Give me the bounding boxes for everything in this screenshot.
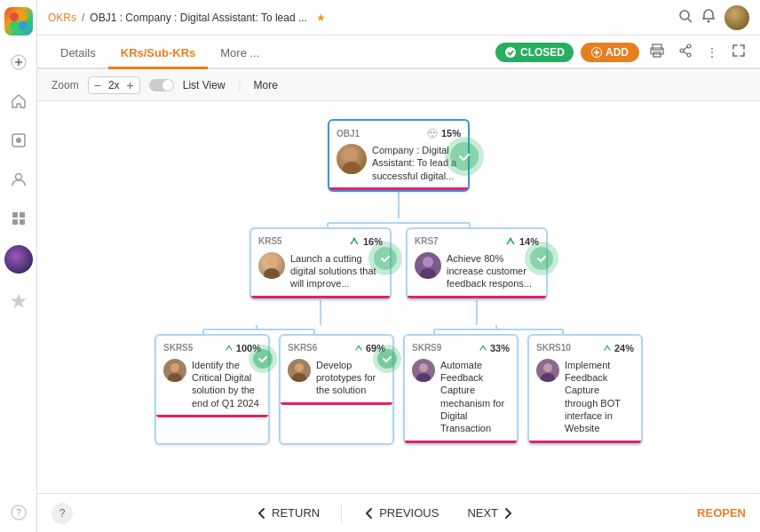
- skrs10-text: Implement Feedback Capture through BOT i…: [565, 359, 634, 435]
- svg-point-43: [509, 237, 511, 240]
- skrs9-percent: 33%: [490, 343, 510, 353]
- svg-line-17: [688, 19, 692, 22]
- svg-point-60: [543, 363, 552, 372]
- kr5-text: Launch a cutting digital solutions that …: [290, 252, 383, 290]
- kr7-id: KRS7: [415, 236, 439, 246]
- skrs10-node[interactable]: SKRS10 24%: [527, 334, 643, 445]
- svg-point-58: [419, 363, 428, 372]
- kr7-node[interactable]: KRS7 14%: [406, 227, 548, 300]
- main-content: OKRs / OBJ1 : Company : Digital Assistan…: [37, 0, 760, 532]
- svg-point-26: [687, 44, 691, 48]
- root-node[interactable]: OBJ1 15% Company : Di: [328, 119, 470, 192]
- skrs6-avatar: [288, 359, 311, 382]
- next-button[interactable]: NEXT: [460, 503, 521, 523]
- expand-icon[interactable]: [728, 42, 749, 62]
- root-node-avatar: [336, 144, 367, 174]
- print-icon[interactable]: [646, 42, 668, 62]
- search-icon[interactable]: [678, 9, 693, 26]
- sidebar-star-icon[interactable]: [6, 288, 31, 313]
- topbar: OKRs / OBJ1 : Company : Digital Assistan…: [37, 0, 760, 36]
- tab-more[interactable]: More ...: [208, 39, 272, 69]
- svg-point-59: [416, 373, 431, 382]
- user-avatar[interactable]: [4, 245, 33, 274]
- sidebar-paint-icon[interactable]: [6, 128, 31, 153]
- skrs10-id: SKRS10: [536, 343, 571, 353]
- root-node-id: OBJ1: [336, 129, 360, 139]
- kr5-percent: 16%: [363, 236, 383, 247]
- svg-point-44: [423, 257, 433, 267]
- kr7-bar: [408, 296, 546, 298]
- svg-point-45: [420, 268, 436, 279]
- skrs6-node[interactable]: SKRS6 69%: [279, 334, 394, 445]
- svg-point-16: [680, 11, 689, 20]
- toolbar: Zoom − 2x + List View ⋮ More: [37, 69, 760, 101]
- skrs9-text: Automate Feedback Capture mechanism for …: [440, 359, 510, 435]
- tab-actions: CLOSED ADD ⋮: [495, 42, 749, 67]
- sidebar-grid-icon[interactable]: [6, 206, 31, 231]
- svg-point-40: [352, 237, 355, 240]
- root-node-percent: 15%: [441, 128, 461, 139]
- svg-point-33: [432, 131, 435, 134]
- svg-point-42: [264, 268, 280, 279]
- previous-button[interactable]: PREVIOUS: [356, 503, 446, 523]
- share-icon[interactable]: [675, 42, 696, 62]
- tabs-bar: Details KRs/Sub-KRs More ... CLOSED ADD …: [37, 36, 760, 69]
- svg-line-29: [684, 47, 687, 50]
- zoom-out-button[interactable]: −: [94, 79, 101, 91]
- svg-point-1: [19, 12, 28, 21]
- svg-point-2: [10, 21, 19, 30]
- root-node-bar: [329, 187, 468, 190]
- svg-point-34: [431, 135, 433, 137]
- svg-point-61: [541, 373, 555, 382]
- view-toggle[interactable]: [149, 79, 174, 91]
- user-profile-icon[interactable]: [724, 5, 749, 30]
- root-node-header: OBJ1 15%: [336, 128, 461, 139]
- kr7-avatar: [415, 252, 441, 279]
- app-logo[interactable]: [4, 7, 33, 36]
- sidebar-help-icon[interactable]: ?: [6, 500, 31, 525]
- bottom-bar: ? RETURN PREVIOUS NEXT REOPEN: [37, 493, 760, 532]
- svg-point-32: [429, 131, 431, 134]
- return-button[interactable]: RETURN: [249, 503, 327, 523]
- skrs10-bar: [529, 441, 641, 443]
- kr7-percent: 14%: [519, 236, 539, 247]
- svg-line-30: [684, 52, 687, 54]
- add-button[interactable]: ADD: [581, 43, 639, 62]
- svg-rect-11: [20, 212, 25, 218]
- reopen-button[interactable]: REOPEN: [697, 506, 746, 520]
- tab-details[interactable]: Details: [48, 39, 108, 69]
- svg-text:?: ?: [16, 508, 21, 518]
- skrs9-node[interactable]: SKRS9 33%: [403, 334, 519, 445]
- zoom-control: − 2x +: [88, 76, 140, 94]
- kr5-vline: [320, 300, 321, 325]
- star-icon[interactable]: ★: [316, 12, 326, 24]
- svg-rect-13: [20, 219, 25, 225]
- breadcrumb: OKRs / OBJ1 : Company : Digital Assistan…: [48, 12, 326, 24]
- skrs5-node[interactable]: SKRS5 100%: [154, 334, 270, 445]
- skrs9-id: SKRS9: [412, 343, 441, 353]
- svg-point-41: [266, 257, 277, 267]
- nav-divider-1: [341, 504, 342, 522]
- help-icon[interactable]: ?: [51, 503, 73, 524]
- kr-hconnector: [248, 218, 550, 227]
- svg-point-3: [19, 21, 28, 30]
- skrs5-avatar: [163, 359, 186, 382]
- sidebar-home-icon[interactable]: [6, 89, 31, 114]
- breadcrumb-root[interactable]: OKRs: [48, 12, 76, 24]
- bell-icon[interactable]: [701, 9, 716, 26]
- more-options-icon[interactable]: ⋮: [703, 44, 721, 60]
- tab-krs[interactable]: KRs/Sub-KRs: [108, 39, 209, 69]
- svg-point-55: [168, 373, 182, 382]
- zoom-in-button[interactable]: +: [127, 79, 134, 91]
- svg-point-18: [708, 20, 710, 23]
- sidebar-user-icon[interactable]: [6, 167, 31, 192]
- skrs5-percent: 100%: [236, 343, 261, 353]
- svg-point-9: [15, 174, 21, 180]
- svg-point-0: [10, 12, 19, 21]
- skrs6-bar: [281, 402, 392, 405]
- topbar-actions: [678, 5, 749, 30]
- toolbar-more-button[interactable]: More: [254, 79, 278, 91]
- skr-nodes-row: SKRS5 100%: [154, 334, 643, 445]
- sidebar-add-icon[interactable]: [6, 50, 31, 75]
- kr5-node[interactable]: KRS5 16%: [249, 227, 392, 300]
